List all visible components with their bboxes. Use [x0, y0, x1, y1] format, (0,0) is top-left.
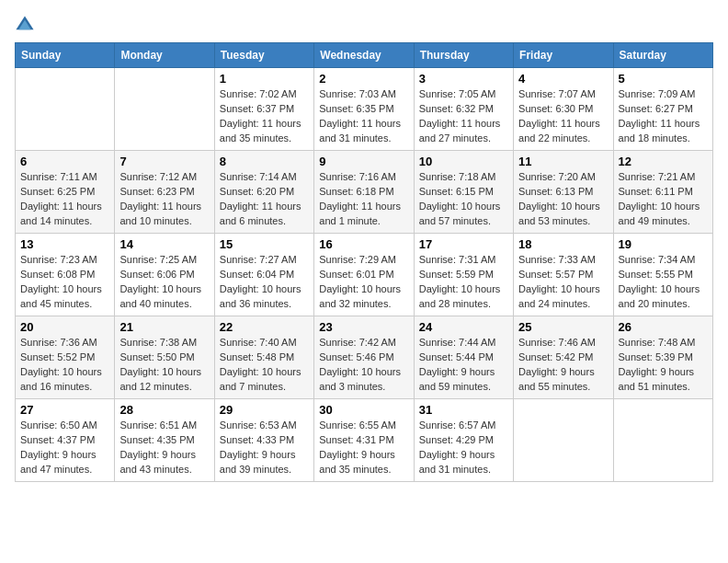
calendar-cell: 7Sunrise: 7:12 AMSunset: 6:23 PMDaylight…	[115, 151, 214, 234]
cell-text-line: Sunrise: 7:23 AM	[20, 254, 97, 265]
cell-text-line: Daylight: 9 hours and 55 minutes.	[518, 366, 595, 392]
day-number: 12	[619, 155, 708, 168]
week-row-5: 27Sunrise: 6:50 AMSunset: 4:37 PMDayligh…	[16, 399, 713, 482]
cell-text-line: Daylight: 10 hours and 12 minutes.	[119, 366, 201, 392]
day-number: 11	[518, 155, 608, 168]
cell-text-line: Sunrise: 7:46 AM	[518, 337, 596, 348]
cell-text-line: Sunset: 6:27 PM	[619, 103, 693, 114]
cell-content: Sunrise: 7:14 AMSunset: 6:20 PMDaylight:…	[220, 170, 309, 229]
cell-text-line: Sunset: 4:35 PM	[119, 434, 194, 445]
cell-text-line: Daylight: 10 hours and 24 minutes.	[518, 283, 600, 309]
cell-text-line: Sunset: 6:01 PM	[319, 269, 393, 280]
calendar-cell: 31Sunrise: 6:57 AMSunset: 4:29 PMDayligh…	[414, 399, 513, 482]
cell-text-line: Daylight: 10 hours and 36 minutes.	[220, 283, 301, 309]
calendar-cell: 9Sunrise: 7:16 AMSunset: 6:18 PMDaylight…	[314, 151, 414, 234]
cell-text-line: Sunset: 6:25 PM	[20, 186, 95, 197]
header-cell-saturday: Saturday	[613, 43, 712, 68]
day-number: 22	[220, 320, 309, 334]
cell-content: Sunrise: 7:16 AMSunset: 6:18 PMDaylight:…	[319, 170, 408, 229]
cell-content: Sunrise: 7:05 AMSunset: 6:32 PMDaylight:…	[419, 87, 508, 146]
cell-text-line: Sunset: 5:48 PM	[220, 351, 294, 362]
calendar-cell: 2Sunrise: 7:03 AMSunset: 6:35 PMDaylight…	[314, 68, 414, 151]
calendar-cell: 20Sunrise: 7:36 AMSunset: 5:52 PMDayligh…	[16, 316, 115, 399]
cell-text-line: Sunset: 5:46 PM	[319, 351, 393, 362]
cell-content: Sunrise: 7:34 AMSunset: 5:55 PMDaylight:…	[619, 253, 708, 312]
cell-content: Sunrise: 6:57 AMSunset: 4:29 PMDaylight:…	[419, 419, 508, 477]
cell-content: Sunrise: 7:40 AMSunset: 5:48 PMDaylight:…	[220, 336, 309, 395]
cell-content: Sunrise: 6:51 AMSunset: 4:35 PMDaylight:…	[119, 419, 209, 477]
cell-text-line: Sunset: 5:57 PM	[518, 269, 593, 280]
cell-content: Sunrise: 7:20 AMSunset: 6:13 PMDaylight:…	[518, 170, 608, 229]
day-number: 4	[518, 72, 608, 86]
header-cell-monday: Monday	[115, 43, 214, 68]
cell-text-line: Daylight: 11 hours and 18 minutes.	[619, 118, 700, 144]
cell-text-line: Sunrise: 7:03 AM	[319, 88, 396, 99]
cell-text-line: Daylight: 9 hours and 35 minutes.	[319, 449, 395, 475]
week-row-4: 20Sunrise: 7:36 AMSunset: 5:52 PMDayligh…	[16, 316, 713, 399]
cell-text-line: Sunrise: 7:38 AM	[119, 337, 197, 348]
cell-text-line: Sunset: 5:55 PM	[619, 269, 693, 280]
calendar-cell: 29Sunrise: 6:53 AMSunset: 4:33 PMDayligh…	[214, 399, 313, 482]
day-number: 3	[419, 72, 508, 86]
calendar-cell: 11Sunrise: 7:20 AMSunset: 6:13 PMDayligh…	[514, 151, 613, 234]
cell-content: Sunrise: 7:42 AMSunset: 5:46 PMDaylight:…	[319, 336, 408, 395]
cell-text-line: Sunset: 5:39 PM	[619, 351, 693, 362]
cell-text-line: Sunset: 5:50 PM	[119, 351, 194, 362]
day-number: 13	[20, 237, 109, 251]
calendar-cell: 1Sunrise: 7:02 AMSunset: 6:37 PMDaylight…	[214, 68, 313, 151]
day-number: 10	[419, 155, 508, 168]
cell-text-line: Sunset: 6:30 PM	[518, 103, 593, 114]
cell-text-line: Sunrise: 7:44 AM	[419, 337, 496, 348]
cell-content: Sunrise: 7:09 AMSunset: 6:27 PMDaylight:…	[619, 87, 708, 146]
calendar-cell: 23Sunrise: 7:42 AMSunset: 5:46 PMDayligh…	[314, 316, 414, 399]
cell-content: Sunrise: 7:44 AMSunset: 5:44 PMDaylight:…	[419, 336, 508, 395]
calendar-cell	[514, 399, 613, 482]
calendar-body: 1Sunrise: 7:02 AMSunset: 6:37 PMDaylight…	[16, 68, 713, 482]
cell-text-line: Daylight: 10 hours and 3 minutes.	[319, 366, 401, 392]
day-number: 29	[220, 403, 309, 417]
calendar-cell: 26Sunrise: 7:48 AMSunset: 5:39 PMDayligh…	[613, 316, 712, 399]
day-number: 14	[119, 237, 209, 251]
cell-text-line: Daylight: 10 hours and 7 minutes.	[220, 366, 301, 392]
cell-text-line: Sunset: 6:13 PM	[518, 186, 593, 197]
cell-content: Sunrise: 7:25 AMSunset: 6:06 PMDaylight:…	[119, 253, 209, 312]
cell-text-line: Daylight: 9 hours and 51 minutes.	[619, 366, 695, 392]
day-number: 28	[119, 403, 209, 417]
header-cell-wednesday: Wednesday	[314, 43, 414, 68]
calendar-cell: 6Sunrise: 7:11 AMSunset: 6:25 PMDaylight…	[16, 151, 115, 234]
cell-text-line: Sunrise: 7:29 AM	[319, 254, 396, 265]
cell-text-line: Sunrise: 7:14 AM	[220, 171, 297, 182]
calendar-cell: 14Sunrise: 7:25 AMSunset: 6:06 PMDayligh…	[115, 234, 214, 316]
header-cell-sunday: Sunday	[16, 43, 115, 68]
cell-text-line: Sunrise: 7:09 AM	[619, 88, 696, 99]
cell-text-line: Sunset: 6:18 PM	[319, 186, 393, 197]
calendar-table: SundayMondayTuesdayWednesdayThursdayFrid…	[15, 42, 713, 482]
cell-text-line: Sunset: 5:44 PM	[419, 351, 494, 362]
cell-text-line: Daylight: 11 hours and 14 minutes.	[20, 201, 102, 226]
cell-content: Sunrise: 7:12 AMSunset: 6:23 PMDaylight:…	[119, 170, 209, 229]
cell-text-line: Daylight: 11 hours and 27 minutes.	[419, 118, 501, 144]
calendar-cell: 3Sunrise: 7:05 AMSunset: 6:32 PMDaylight…	[414, 68, 513, 151]
cell-content: Sunrise: 6:50 AMSunset: 4:37 PMDaylight:…	[20, 419, 109, 477]
cell-text-line: Daylight: 11 hours and 31 minutes.	[319, 118, 401, 144]
cell-text-line: Sunset: 5:59 PM	[419, 269, 494, 280]
week-row-2: 6Sunrise: 7:11 AMSunset: 6:25 PMDaylight…	[16, 151, 713, 234]
cell-text-line: Sunrise: 7:11 AM	[20, 171, 97, 182]
cell-text-line: Sunset: 5:42 PM	[518, 351, 593, 362]
cell-text-line: Sunrise: 7:12 AM	[119, 171, 197, 182]
day-number: 9	[319, 155, 408, 168]
cell-content: Sunrise: 7:31 AMSunset: 5:59 PMDaylight:…	[419, 253, 508, 312]
page-header	[15, 15, 713, 35]
cell-content: Sunrise: 7:02 AMSunset: 6:37 PMDaylight:…	[220, 87, 309, 146]
calendar-cell: 19Sunrise: 7:34 AMSunset: 5:55 PMDayligh…	[613, 234, 712, 316]
cell-text-line: Sunrise: 6:55 AM	[319, 419, 396, 431]
cell-text-line: Sunrise: 7:21 AM	[619, 171, 696, 182]
day-number: 23	[319, 320, 408, 334]
cell-content: Sunrise: 7:23 AMSunset: 6:08 PMDaylight:…	[20, 253, 109, 312]
cell-text-line: Daylight: 9 hours and 39 minutes.	[220, 449, 296, 475]
day-number: 2	[319, 72, 408, 86]
cell-content: Sunrise: 7:36 AMSunset: 5:52 PMDaylight:…	[20, 336, 109, 395]
day-number: 6	[20, 155, 109, 168]
cell-text-line: Sunset: 6:15 PM	[419, 186, 494, 197]
calendar-cell: 13Sunrise: 7:23 AMSunset: 6:08 PMDayligh…	[16, 234, 115, 316]
